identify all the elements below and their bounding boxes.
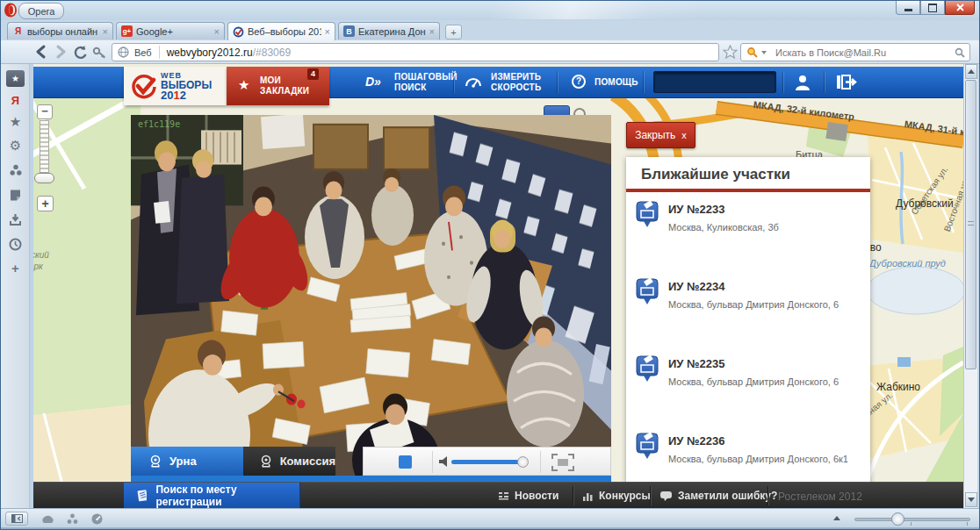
speed-dial-button[interactable]: ★ [6, 70, 25, 87]
unite-icon[interactable] [1, 161, 30, 180]
add-panel-icon[interactable]: + [1, 258, 30, 277]
sidebar-item-yandex[interactable]: Я [1, 90, 30, 110]
tab-vybory-online[interactable]: Я выборы онлайн 2012 ... × [7, 22, 113, 39]
webcam-icon [259, 455, 273, 468]
station-list-item[interactable]: ИУ №2234 Москва, бульвар Дмитрия Донског… [626, 271, 870, 348]
logout-button[interactable] [824, 67, 869, 97]
notes-icon[interactable] [1, 185, 30, 204]
title-bar [1, 1, 980, 20]
search-engine-dropdown-icon[interactable] [761, 51, 767, 54]
map-label-park-1: ский [33, 250, 49, 260]
station-name: ИУ №2234 [668, 280, 724, 293]
tab-close-icon[interactable]: × [429, 26, 435, 37]
panels-toggle-icon [11, 514, 23, 523]
history-clock-icon[interactable] [1, 234, 30, 254]
station-address: Москва, бульвар Дмитрия Донского, 6 [668, 299, 839, 310]
downloads-icon[interactable] [1, 210, 30, 229]
step-search-button[interactable]: D» ПОШАГОВЫЙ ПОИСК [342, 67, 453, 97]
arrow-down-icon [968, 498, 975, 502]
site-search-input[interactable] [666, 76, 794, 89]
bookmarks-star-icon: ★ [238, 77, 249, 93]
forward-icon[interactable] [52, 44, 69, 60]
site-search-box[interactable] [653, 71, 776, 93]
scroll-down-button[interactable] [965, 492, 977, 507]
volume-knob[interactable] [517, 456, 529, 468]
unite-status-icon[interactable] [66, 512, 79, 526]
tab-webvybory[interactable]: Веб–выборы 2012 × [227, 22, 335, 40]
back-icon[interactable] [32, 44, 50, 60]
bar-chart-icon [583, 491, 593, 501]
opera-window: Opera Я выборы онлайн 2012 ... × g+ Goog… [0, 0, 980, 530]
address-field[interactable]: Веб webvybory2012.ru /#83069 [112, 43, 719, 61]
report-error-button[interactable]: Заметили ошибку? [660, 483, 777, 508]
tab-close-icon[interactable]: × [214, 26, 220, 37]
page-scrollbar[interactable] [963, 64, 977, 508]
contests-button[interactable]: Конкурсы [583, 483, 651, 508]
search-engine-icon[interactable] [746, 47, 758, 58]
panels-toggle-button[interactable] [5, 512, 28, 526]
site-header: WEB ВЫБОРЫ 2012 ★ МОИ ЗАКЛАДКИ 4 D» ПОША… [33, 67, 963, 98]
registration-search-button[interactable]: Поиск по месту регистрации [124, 483, 300, 508]
fullscreen-icon[interactable] [551, 454, 574, 471]
tab-google-plus[interactable]: g+ Google+ × [116, 22, 225, 39]
web-search-field[interactable] [740, 43, 970, 61]
stop-button[interactable] [399, 455, 412, 469]
close-button[interactable] [945, 1, 975, 15]
tab-close-icon[interactable]: × [103, 26, 108, 37]
account-button[interactable] [782, 67, 824, 97]
turbo-gauge-icon[interactable] [90, 512, 104, 526]
reload-icon[interactable] [73, 45, 89, 60]
volume-slider[interactable] [451, 460, 522, 464]
zoom-slider-knob[interactable] [891, 512, 904, 526]
zoom-slider-track[interactable] [854, 518, 970, 521]
bookmark-star-icon[interactable] [723, 45, 738, 59]
close-panel-button[interactable]: Закрыть x [626, 122, 695, 148]
video-watermark: ef1c119e [138, 119, 180, 129]
step-line2: ПОИСК [394, 82, 458, 93]
help-button[interactable]: ? ПОМОЩЬ [557, 67, 643, 97]
map-label-dubrovsky: Дубровский [896, 197, 954, 210]
my-bookmarks-button[interactable]: ★ МОИ ЗАКЛАДКИ 4 [227, 67, 329, 105]
header-divider [643, 71, 644, 93]
site-logo[interactable]: WEB ВЫБОРЫ 2012 [124, 67, 227, 105]
map-zoom-in-button[interactable]: + [37, 196, 54, 211]
opera-link-cloud-icon[interactable] [40, 514, 55, 524]
report-error-label: Заметили ошибку? [678, 490, 777, 502]
speech-bubble-icon [660, 491, 672, 501]
ballot-pin-icon [636, 201, 659, 228]
key-icon[interactable] [92, 46, 106, 60]
station-list-item[interactable]: ИУ №2236 Москва, бульвар Дмитрия Донског… [626, 426, 870, 491]
map-zoom-ladder[interactable] [40, 120, 49, 173]
camera-tab-komissia[interactable]: Комиссия [243, 447, 335, 476]
station-list-item[interactable]: ИУ №2233 Москва, Куликовская, 3б [626, 194, 870, 271]
bookmarks-panel-icon[interactable]: ★ [1, 112, 30, 132]
tab-title: Екатерина Донцова [358, 26, 426, 37]
search-icon[interactable] [955, 47, 965, 58]
web-search-input[interactable] [774, 47, 955, 59]
tab-title: Google+ [136, 26, 211, 37]
opera-menu-button[interactable]: Opera [18, 3, 64, 19]
tab-close-icon[interactable]: × [325, 26, 330, 37]
station-list-item[interactable]: ИУ №2235 Москва, бульвар Дмитрия Донског… [626, 348, 870, 426]
widgets-gear-icon[interactable]: ⚙ [1, 136, 30, 155]
restore-button[interactable] [920, 1, 945, 15]
video-controls: Урна Комиссия [131, 447, 611, 476]
opera-menu-label: Opera [28, 6, 55, 17]
ballot-pin-icon [636, 433, 659, 460]
player-bottom-edge [131, 476, 611, 482]
minimize-button[interactable] [896, 1, 920, 15]
map-zoom-slider-knob[interactable] [34, 173, 54, 183]
station-address: Москва, бульвар Дмитрия Донского, 6к1 [668, 454, 848, 464]
tab-dontsova[interactable]: В Екатерина Донцова × [338, 22, 440, 39]
camera-tab-urna[interactable]: Урна [131, 447, 243, 476]
bottom-bar-divider [767, 486, 768, 505]
zoom-menu-arrow-icon[interactable] [833, 516, 840, 520]
scrollbar-thumb[interactable] [965, 80, 976, 369]
speed-test-button[interactable]: ИЗМЕРИТЬ СКОРОСТЬ [453, 67, 557, 97]
new-tab-button[interactable]: + [445, 25, 462, 39]
news-button[interactable]: Новости [499, 483, 558, 508]
map-zoom-out-button[interactable]: − [37, 104, 53, 119]
scroll-up-button[interactable] [965, 64, 977, 79]
step-search-icon: D» [365, 75, 381, 89]
site-badge[interactable]: Веб [134, 47, 152, 58]
